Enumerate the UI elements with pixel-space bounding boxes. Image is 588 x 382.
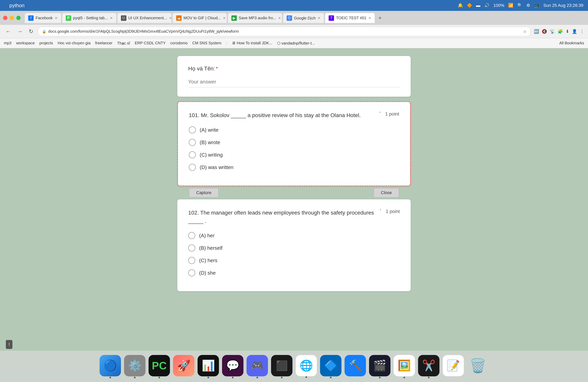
menu-icon[interactable]: ⋮ <box>580 29 584 34</box>
radio-button-d[interactable] <box>188 269 195 276</box>
dock-vscode[interactable]: 🔷 <box>320 355 341 376</box>
bookmark-cm-sns[interactable]: CM SNS System <box>192 41 221 45</box>
menu-bar-right: 🔔 🔶 ▬ 🔊 100% 📶 🔍 ⚙ 📺 Sun 25 Aug 23:26:39 <box>458 3 583 8</box>
radio-button-b[interactable] <box>188 244 195 252</box>
tab-close-button[interactable]: ✕ <box>368 16 371 20</box>
question-102-option-c[interactable]: (C) hers <box>188 257 400 264</box>
minimize-window-button[interactable] <box>10 16 14 20</box>
tab-close-button[interactable]: ✕ <box>278 16 281 20</box>
app-name: python <box>9 2 24 9</box>
screen-icon[interactable]: 📺 <box>534 3 539 8</box>
back-button[interactable]: ← <box>4 28 12 35</box>
bookmark-how-to-install[interactable]: 🖥 How To install JDK... <box>232 41 273 45</box>
dock-trash[interactable]: 🗑️ <box>467 355 488 376</box>
name-input-field[interactable] <box>188 76 400 87</box>
dock-xcode[interactable]: 🔨 <box>345 355 366 376</box>
close-button[interactable]: Close <box>374 188 399 197</box>
dock-chrome[interactable]: 🌐 <box>295 355 317 376</box>
star-bookmark-icon[interactable]: ☆ <box>523 29 526 34</box>
extensions-icon[interactable]: 🧩 <box>558 29 563 34</box>
bookmark-hoc-voi[interactable]: Hoc voi chuyen gia <box>58 41 91 45</box>
radio-button-c[interactable] <box>188 257 195 264</box>
dock-affinity[interactable]: ✂️ <box>418 355 440 376</box>
capture-button[interactable]: Capture <box>189 188 219 197</box>
radio-button-c[interactable] <box>189 151 196 158</box>
bookmark-corodomo[interactable]: corodomo <box>170 41 188 45</box>
vlc-icon[interactable]: 🔶 <box>467 3 472 8</box>
bookmark-mp3[interactable]: mp3 <box>4 41 11 45</box>
tab-toeic[interactable]: T TOEIC TEST #01 ✕ <box>325 13 375 23</box>
profile-icon[interactable]: 👤 <box>572 29 577 34</box>
wifi-icon[interactable]: 📶 <box>508 3 513 8</box>
ui-favicon: U <box>121 15 126 21</box>
bookmarks-divider: | <box>226 41 227 45</box>
dock-preview[interactable]: 🖼️ <box>394 355 415 376</box>
tab-close-button[interactable]: ✕ <box>110 16 113 20</box>
bookmark-projects[interactable]: projects <box>40 41 53 45</box>
dock-finder[interactable]: 🔵 <box>100 355 121 376</box>
battery-icon[interactable]: ▬ <box>476 3 480 8</box>
question-102-option-b[interactable]: (B) herself <box>188 244 400 252</box>
new-tab-button[interactable]: + <box>376 14 384 22</box>
radio-button-d[interactable] <box>189 164 196 171</box>
bookmark-vandadnp[interactable]: ⬡ vandadnp/flutter-t... <box>277 41 315 45</box>
dock-terminal[interactable]: ⬛ <box>271 355 293 376</box>
translate-icon[interactable]: 🔤 <box>534 29 539 34</box>
search-icon[interactable]: 🔍 <box>517 3 523 8</box>
bookmark-erp[interactable]: ERP CSDL CNTY <box>135 41 166 45</box>
bookmark-thac-si[interactable]: Thạc sĩ <box>117 41 130 45</box>
tab-google-translate[interactable]: G Google Dịch ✕ <box>283 13 324 23</box>
browser-toolbar-right: 🔤 🔇 📡 🧩 ⬇ 👤 ⋮ <box>534 29 584 34</box>
tab-close-button[interactable]: ✕ <box>55 16 58 20</box>
feedback-button[interactable]: ! <box>6 340 12 349</box>
time-display: Sun 25 Aug 23:26:39 <box>543 3 583 8</box>
tab-label: MOV to GIF | Cloud... <box>184 16 221 20</box>
question-101-option-c[interactable]: (C) writing <box>189 151 399 158</box>
question-102-required: * <box>380 209 381 212</box>
tab-ui-ux[interactable]: U UI UX Enhancement... ✕ <box>117 13 172 23</box>
radio-button-b[interactable] <box>189 139 196 146</box>
pyqt-favicon: P <box>66 15 71 21</box>
dock-quicktime[interactable]: 🎬 <box>369 355 390 376</box>
tab-close-button[interactable]: ✕ <box>317 16 320 20</box>
tab-facebook[interactable]: f Facebook ✕ <box>24 13 61 23</box>
question-101-option-b[interactable]: (B) wrote <box>189 139 399 146</box>
tab-label: pyqt5 - Setting tab... <box>73 16 108 20</box>
bookmark-workspace[interactable]: workspace <box>16 41 35 45</box>
refresh-button[interactable]: ↻ <box>27 27 35 35</box>
notification-icon[interactable]: 🔔 <box>458 3 463 8</box>
dock-pycharm[interactable]: PC <box>148 355 170 376</box>
question-102-option-a[interactable]: (A) her <box>188 232 400 239</box>
question-102-option-d[interactable]: (D) she <box>188 269 400 276</box>
mute-icon[interactable]: 🔇 <box>542 29 547 34</box>
volume-icon[interactable]: 🔊 <box>484 3 489 8</box>
tab-mp3[interactable]: ▶ Save MP3 audio fro... ✕ <box>228 13 282 23</box>
dock-system-prefs[interactable]: ⚙️ <box>124 355 146 376</box>
question-101-option-a[interactable]: (A) write <box>189 127 399 133</box>
tab-close-button[interactable]: ✕ <box>169 16 172 20</box>
address-bar[interactable]: 🔒 docs.google.com/forms/d/e/1FAlpQLScogN… <box>38 27 531 36</box>
dock-activity-monitor[interactable]: 📊 <box>198 355 219 376</box>
control-center-icon[interactable]: ⚙ <box>526 3 530 8</box>
tab-mov[interactable]: ☁ MOV to GIF | Cloud... ✕ <box>172 13 227 23</box>
dock-notes[interactable]: 📝 <box>442 355 464 376</box>
cast-icon[interactable]: 📡 <box>550 29 555 34</box>
forward-button[interactable]: → <box>16 28 24 35</box>
dock-slack[interactable]: 💬 <box>222 355 243 376</box>
radio-button-a[interactable] <box>189 127 196 133</box>
tab-pyqt5[interactable]: P pyqt5 - Setting tab... ✕ <box>62 13 116 23</box>
dock-launchpad[interactable]: 🚀 <box>173 355 194 376</box>
question-101-header: 101. Mr. Sokolov _____ a positive review… <box>189 111 399 119</box>
fullscreen-window-button[interactable] <box>16 16 21 20</box>
radio-button-a[interactable] <box>188 232 195 239</box>
tab-close-button[interactable]: ✕ <box>223 16 226 20</box>
bookmark-freelancer[interactable]: freelancer <box>95 41 113 45</box>
url-text: docs.google.com/forms/d/e/1FAlpQLScogNpl… <box>48 29 521 34</box>
dock-discord[interactable]: 🎮 <box>247 355 268 376</box>
save-icon[interactable]: ⬇ <box>566 29 569 34</box>
bookmarks-bar: mp3 workspace projects Hoc voi chuyen gi… <box>0 38 588 48</box>
close-window-button[interactable] <box>3 16 7 20</box>
all-bookmarks[interactable]: All Bookmarks <box>559 41 584 45</box>
question-101-option-d[interactable]: (D) was written <box>189 164 399 171</box>
main-content: Họ và Tên:* 101. Mr. Sokolov _____ a pos… <box>0 48 588 361</box>
